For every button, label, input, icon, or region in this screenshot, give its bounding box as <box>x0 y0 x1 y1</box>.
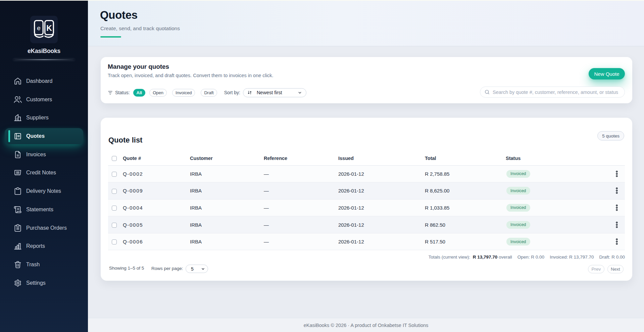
svg-text:e: e <box>37 24 41 32</box>
svg-text:K: K <box>46 24 52 33</box>
